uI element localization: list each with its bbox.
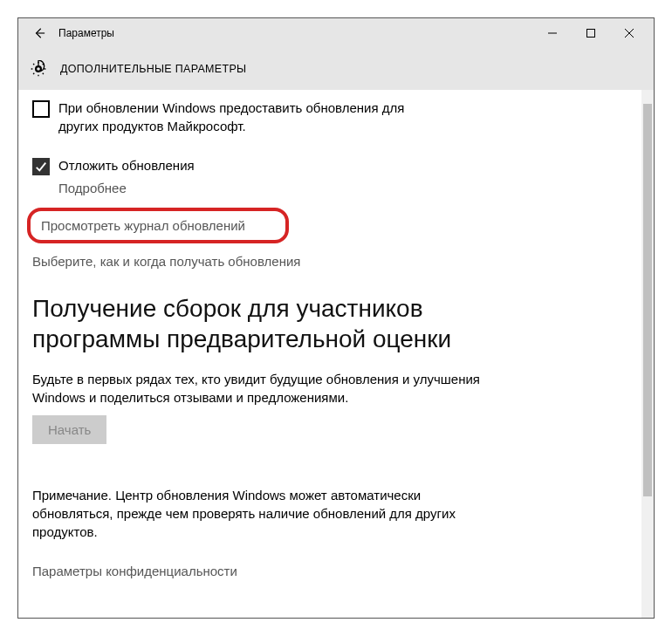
settings-window: Параметры ДОПОЛНИТЕЛЬНЫЕ ПАРАМЕТРЫ При о… — [17, 17, 655, 619]
view-history-link[interactable]: Просмотреть журнал обновлений — [41, 218, 275, 233]
choose-schedule-link[interactable]: Выберите, как и когда получать обновлени… — [32, 254, 627, 269]
close-button[interactable] — [610, 21, 648, 45]
arrow-left-icon — [33, 27, 45, 39]
gear-icon — [29, 59, 48, 79]
note-text: Примечание. Центр обновления Windows мож… — [32, 486, 486, 541]
insider-heading: Получение сборок для участников программ… — [32, 293, 504, 354]
privacy-link[interactable]: Параметры конфиденциальности — [32, 564, 627, 578]
checkbox-other-products-row: При обновлении Windows предоставить обно… — [32, 99, 627, 135]
close-icon — [625, 29, 634, 38]
window-title: Параметры — [58, 27, 114, 39]
page-header: ДОПОЛНИТЕЛЬНЫЕ ПАРАМЕТРЫ — [18, 48, 654, 90]
content-area: При обновлении Windows предоставить обно… — [18, 90, 641, 618]
checkbox-defer-label: Отложить обновления — [58, 156, 195, 174]
minimize-button[interactable] — [533, 21, 572, 45]
scrollbar[interactable] — [641, 90, 654, 618]
maximize-icon — [586, 29, 595, 38]
insider-start-button[interactable]: Начать — [32, 415, 106, 444]
insider-text: Будьте в первых рядах тех, кто увидит бу… — [32, 370, 486, 407]
svg-rect-0 — [587, 30, 595, 38]
maximize-button[interactable] — [572, 21, 610, 45]
checkmark-icon — [35, 161, 47, 173]
titlebar: Параметры — [18, 18, 654, 48]
back-button[interactable] — [27, 21, 51, 45]
page-title: ДОПОЛНИТЕЛЬНЫЕ ПАРАМЕТРЫ — [60, 63, 246, 75]
scrollbar-thumb[interactable] — [643, 104, 652, 496]
minimize-icon — [548, 29, 557, 38]
highlight-annotation: Просмотреть журнал обновлений — [27, 208, 289, 243]
checkbox-other-products-label: При обновлении Windows предоставить обно… — [58, 99, 442, 135]
checkbox-other-products[interactable] — [32, 100, 50, 118]
checkbox-defer-row: Отложить обновления — [32, 156, 627, 175]
svg-point-1 — [37, 67, 41, 72]
checkbox-defer-updates[interactable] — [32, 158, 50, 175]
defer-more-link[interactable]: Подробнее — [58, 181, 627, 195]
